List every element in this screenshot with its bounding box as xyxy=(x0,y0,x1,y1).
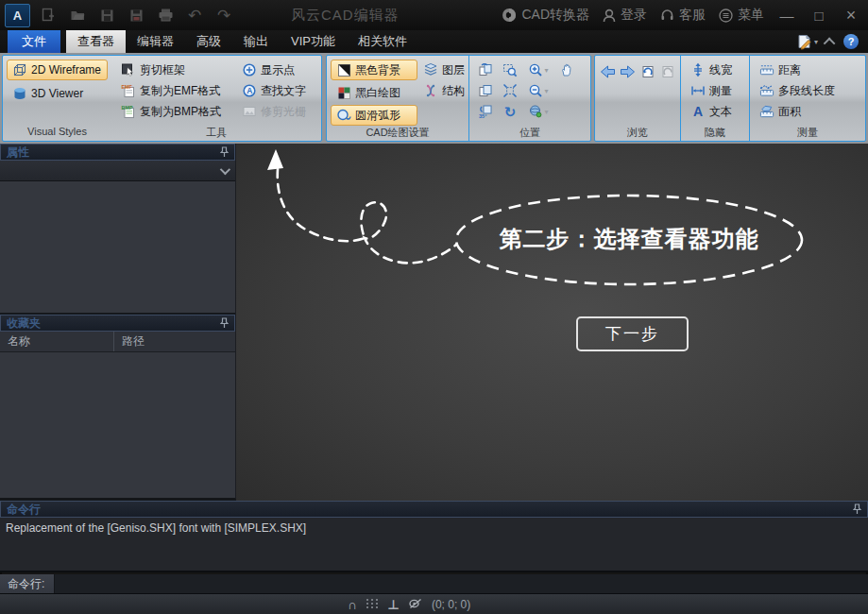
new-file-button[interactable] xyxy=(40,7,57,24)
next-view-button xyxy=(659,61,676,82)
headset-icon xyxy=(660,9,674,23)
copy-emf-label: 复制为EMF格式 xyxy=(140,83,220,99)
tutorial-annotation xyxy=(236,144,868,501)
flip-view-button[interactable] xyxy=(473,60,498,80)
hide-measure-label: 测量 xyxy=(709,83,732,99)
undo-button[interactable]: ↶ xyxy=(186,7,203,24)
group-hide: 线宽 测量 A 文本 隐藏 xyxy=(681,56,749,141)
print-button[interactable] xyxy=(157,7,174,24)
close-button[interactable]: × xyxy=(842,6,860,26)
rotate-angle-button[interactable]: 35° xyxy=(473,101,498,122)
browse-forward-button[interactable] xyxy=(619,61,636,82)
line-width-button[interactable]: 线宽 xyxy=(685,60,745,80)
command-input[interactable] xyxy=(55,574,868,593)
hide-text-button[interactable]: A 文本 xyxy=(685,101,745,122)
command-log[interactable]: Replacement of the [Geniso.SHX] font wit… xyxy=(0,518,868,572)
black-background-button[interactable]: 黑色背景 xyxy=(331,60,417,80)
tutorial-step-text: 第二步：选择查看器功能 xyxy=(456,224,802,254)
hide-measure-button[interactable]: 测量 xyxy=(685,80,745,101)
bw-drawing-button[interactable]: 黑白绘图 xyxy=(331,82,417,103)
copy-emf-button[interactable]: EMF 复制为EMF格式 xyxy=(115,80,236,101)
show-points-button[interactable]: 显示点 xyxy=(236,60,317,80)
3d-viewer-button[interactable]: 3D Viewer xyxy=(7,83,108,104)
maximize-button[interactable]: □ xyxy=(809,8,828,24)
zoom-out-button[interactable]: ▾ xyxy=(522,80,554,101)
pin-icon[interactable] xyxy=(220,146,229,158)
properties-body xyxy=(0,181,235,313)
tab-vip[interactable]: VIP功能 xyxy=(280,30,347,53)
structure-button[interactable]: 结构 xyxy=(417,80,465,101)
layers-button[interactable]: 图层 xyxy=(417,60,465,80)
undo-icon: ↶ xyxy=(188,8,201,24)
edit-mode-button[interactable]: ▾ xyxy=(796,34,818,50)
zoom-out-dropdown[interactable]: ▾ xyxy=(544,87,548,95)
help-button[interactable]: ? xyxy=(843,34,859,49)
customer-service-button[interactable]: 客服 xyxy=(660,7,706,24)
object-snap-icon[interactable]: ∩ xyxy=(348,598,357,611)
chevron-down-icon xyxy=(220,163,230,174)
column-path[interactable]: 路径 xyxy=(113,332,235,351)
collapse-ribbon-button[interactable] xyxy=(826,38,835,46)
distance-button[interactable]: 距离 xyxy=(754,60,861,80)
minimize-button[interactable]: — xyxy=(777,8,796,24)
arrowhead xyxy=(267,149,283,170)
column-name[interactable]: 名称 xyxy=(0,333,113,350)
previous-view-button[interactable] xyxy=(639,61,656,82)
black-background-label: 黑色背景 xyxy=(355,62,400,78)
orbit-dropdown[interactable]: ▾ xyxy=(544,108,548,116)
redo-button[interactable]: ↷ xyxy=(215,7,232,24)
copy-view-button[interactable] xyxy=(473,80,498,101)
save-as-pdf-button[interactable] xyxy=(128,7,145,24)
login-button[interactable]: 登录 xyxy=(603,7,647,24)
browse-back-button[interactable] xyxy=(599,61,616,82)
tab-advanced[interactable]: 高级 xyxy=(185,30,232,53)
next-step-button[interactable]: 下一步 xyxy=(576,316,689,351)
save-button[interactable] xyxy=(98,7,115,24)
polar-tracking-icon[interactable] xyxy=(408,596,422,613)
chevron-up-icon xyxy=(824,37,836,49)
window-title: 风云CAD编辑器 xyxy=(291,0,400,30)
edit-dropdown-caret: ▾ xyxy=(814,38,818,46)
ribbon-container-b: 黑色背景 黑白绘图 圆滑弧形 xyxy=(326,55,591,142)
service-label: 客服 xyxy=(679,7,706,24)
dashed-arrow-path xyxy=(278,169,456,263)
flip-view-icon xyxy=(478,62,493,77)
copy-bmp-button[interactable]: BMP 复制为BMP格式 xyxy=(115,101,236,122)
clip-frame-button[interactable]: 剪切框架 xyxy=(115,60,236,80)
ortho-icon[interactable]: ⊥ xyxy=(387,598,400,611)
save-pdf-icon xyxy=(129,9,144,23)
tab-output[interactable]: 输出 xyxy=(232,30,280,53)
zoom-in-button[interactable]: ▾ xyxy=(522,60,554,80)
bw-drawing-label: 黑白绘图 xyxy=(355,85,400,101)
refresh-view-button[interactable]: ↻ xyxy=(498,101,522,122)
pan-button[interactable] xyxy=(554,60,579,80)
pin-icon[interactable] xyxy=(853,503,861,515)
trim-raster-label: 修剪光栅 xyxy=(261,104,306,120)
smooth-arc-button[interactable]: 圆滑弧形 xyxy=(331,105,417,126)
zoom-in-dropdown[interactable]: ▾ xyxy=(544,66,548,75)
tab-related-software[interactable]: 相关软件 xyxy=(347,30,418,53)
tab-viewer[interactable]: 查看器 xyxy=(66,30,126,53)
wireframe-cube-icon xyxy=(12,62,27,77)
main-area: 属性 收藏夹 名称 路径 xyxy=(0,144,868,501)
zoom-window-button[interactable] xyxy=(498,60,522,80)
find-text-button[interactable]: A 查找文字 xyxy=(236,80,317,101)
tab-editor[interactable]: 编辑器 xyxy=(126,30,185,53)
menu-file-button[interactable]: 文件 xyxy=(8,30,60,53)
cad-converter-button[interactable]: CAD转换器 xyxy=(502,7,589,24)
group-label-hide: 隐藏 xyxy=(681,126,749,141)
menu-button[interactable]: 菜单 xyxy=(719,7,764,24)
2d-wireframe-button[interactable]: 2D Wireframe xyxy=(7,60,108,80)
pin-icon[interactable] xyxy=(220,317,229,329)
properties-title: 属性 xyxy=(7,145,29,161)
area-button[interactable]: 面积 xyxy=(754,101,861,122)
fit-to-window-button[interactable] xyxy=(498,80,522,101)
orbit-button[interactable]: ▾ xyxy=(522,101,554,122)
properties-selector-dropdown[interactable] xyxy=(0,161,235,181)
layers-icon xyxy=(423,62,438,77)
open-file-button[interactable] xyxy=(69,7,86,24)
polyline-length-button[interactable]: 多段线长度 xyxy=(754,80,861,101)
grid-icon[interactable] xyxy=(366,596,379,613)
drawing-canvas[interactable]: 第二步：选择查看器功能 下一步 xyxy=(236,144,868,501)
copy-bmp-label: 复制为BMP格式 xyxy=(140,104,221,120)
